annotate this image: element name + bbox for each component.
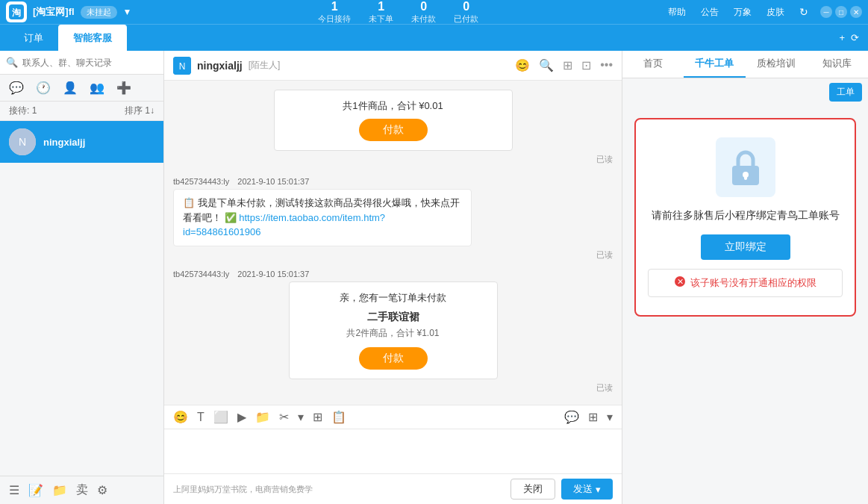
settings-icon[interactable]: ⚙: [97, 483, 107, 497]
order-header-1: 共1件商品，合计 ¥0.01: [284, 99, 503, 113]
title-bar-right: 帮助 公告 万象 皮肤 ↻ ─ □ ✕: [665, 4, 862, 20]
send-time-1: 2021-9-10 15:01:37: [237, 177, 309, 186]
tool-dropdown-icon[interactable]: ▾: [607, 410, 613, 424]
error-circle-icon: ✕: [674, 276, 686, 290]
footer-btns: 关闭 发送 ▾: [511, 479, 613, 500]
close-btn[interactable]: ✕: [850, 6, 862, 18]
help-btn[interactable]: 帮助: [665, 4, 689, 20]
refresh-icon[interactable]: ↻: [796, 4, 811, 19]
svg-text:✕: ✕: [677, 277, 684, 286]
wanjia-btn[interactable]: 万象: [731, 4, 755, 20]
window-controls: ─ □ ✕: [820, 6, 862, 18]
pay-btn-1[interactable]: 付款: [359, 119, 428, 141]
search-bar: 🔍: [0, 51, 163, 75]
chat-username: ningxialjj: [197, 60, 243, 72]
layout-icon[interactable]: ⊞: [563, 58, 572, 72]
right-tabs: 首页 千牛工单 质检培训 知识库: [622, 51, 868, 78]
right-panel: 首页 千牛工单 质检培训 知识库 工单 请前往多脉售后小程序绑定青鸟工单账号 立…: [622, 51, 868, 504]
chat-input[interactable]: [173, 438, 613, 467]
emoji-tool-icon[interactable]: 😊: [173, 410, 188, 424]
status-badge[interactable]: 未挂起: [81, 6, 117, 19]
no-perm-text: 该子账号没有开通相应的权限: [690, 276, 817, 290]
text-tool-icon[interactable]: T: [197, 411, 204, 424]
scissors-tool-icon[interactable]: ✂: [279, 410, 289, 424]
contact-icon[interactable]: 👤: [63, 81, 78, 95]
contact-item[interactable]: N ningxialjj: [0, 121, 163, 163]
title-bar-stats: 1 今日接待 1 未下单 0 未付款 0 已付款: [318, 0, 478, 25]
contact-name: ningxialjj: [43, 137, 85, 148]
folder-icon[interactable]: 📁: [52, 483, 67, 497]
maximize-btn[interactable]: □: [835, 6, 847, 18]
search-input[interactable]: [22, 57, 157, 68]
image-tool-icon[interactable]: ⬜: [213, 410, 228, 424]
msg-icon: 📋: [183, 197, 198, 208]
bind-card: 请前往多脉售后小程序绑定青鸟工单账号 立即绑定 ✕ 该子账号没有开通相应的权限: [634, 118, 856, 317]
message-sender-1: tb425734443:ly 2021-9-10 15:01:37 📋 我是下单…: [173, 177, 613, 261]
clock-icon[interactable]: 🕐: [36, 81, 51, 95]
tab-order[interactable]: 订单: [9, 25, 58, 52]
send-dropdown-icon[interactable]: ▾: [596, 484, 601, 495]
chat-header: N ningxialjj [陌生人] 😊 🔍 ⊞ ⊡ •••: [164, 51, 622, 81]
right-tab-knowledge[interactable]: 知识库: [807, 51, 868, 78]
lock-icon-wrap: [716, 137, 775, 197]
video-tool-icon[interactable]: ▶: [237, 410, 246, 424]
left-panel: 🔍 💬 🕐 👤 👥 ➕ 接待: 1 排序 1↓ N ningxialjj ☰ 📝: [0, 51, 164, 504]
send-time-2: 2021-9-10 15:01:37: [237, 270, 309, 279]
queue-waiting: 接待: 1: [9, 105, 37, 117]
work-order-btn[interactable]: 工单: [829, 83, 862, 102]
sell-icon[interactable]: 卖: [76, 482, 88, 498]
tab-smart-service[interactable]: 智能客服: [58, 25, 127, 52]
left-bottom: ☰ 📝 📁 卖 ⚙: [0, 476, 163, 504]
notice-btn[interactable]: 公告: [698, 4, 722, 20]
right-tab-quality[interactable]: 质检培训: [746, 51, 807, 78]
more-tool-icon[interactable]: ⊞: [588, 410, 598, 424]
pay-btn-2[interactable]: 付款: [359, 347, 428, 370]
close-chat-btn[interactable]: 关闭: [511, 479, 555, 500]
search-icon: 🔍: [6, 57, 18, 68]
dropdown-tool-icon[interactable]: ▾: [298, 410, 304, 424]
chat-header-icons: 😊 🔍 ⊞ ⊡ •••: [515, 58, 613, 72]
skin-btn[interactable]: 皮肤: [764, 4, 787, 20]
footer-hint: 上阿里妈妈万堂书院，电商营销免费学: [173, 484, 313, 495]
table-tool-icon[interactable]: ⊞: [313, 410, 322, 424]
quick-reply-icon[interactable]: 💬: [564, 410, 579, 424]
chat-footer: 上阿里妈妈万堂书院，电商营销免费学 关闭 发送 ▾: [164, 473, 622, 504]
add-contact-icon[interactable]: ➕: [116, 81, 131, 95]
no-perm-notice: ✕ 该子账号没有开通相应的权限: [648, 269, 843, 297]
chat-user-info: N ningxialjj [陌生人]: [173, 57, 515, 75]
refresh-nav-icon[interactable]: ⟳: [851, 32, 859, 43]
group-icon[interactable]: 👥: [90, 81, 104, 95]
window-icon[interactable]: ⊡: [581, 58, 591, 72]
sender-name-2: tb425734443:ly: [173, 270, 229, 279]
message-order-2: tb425734443:ly 2021-9-10 15:01:37 亲，您有一笔…: [173, 270, 613, 393]
minimize-btn[interactable]: ─: [820, 6, 832, 18]
chat-messages[interactable]: 共1件商品，合计 ¥0.01 付款 已读 tb425734443:ly 2021…: [164, 81, 622, 405]
sender-info-2: tb425734443:ly 2021-9-10 15:01:37: [173, 270, 613, 279]
main-tabs: 订单 智能客服: [9, 25, 127, 52]
queue-sort[interactable]: 排序 1↓: [125, 105, 154, 117]
send-chat-btn[interactable]: 发送 ▾: [561, 479, 613, 500]
svg-text:N: N: [179, 61, 186, 72]
right-tab-home[interactable]: 首页: [622, 51, 684, 78]
title-bar: 淘 [淘宝网]fl 未挂起 ▼ 1 今日接待 1 未下单 0 未付款 0 已付款…: [0, 0, 868, 24]
lock-svg: [725, 146, 766, 188]
chat-input-area: [164, 429, 622, 473]
search-chat-icon[interactable]: 🔍: [539, 58, 554, 72]
more-icon[interactable]: •••: [600, 58, 613, 72]
compose-icon[interactable]: 📝: [28, 483, 43, 497]
nav-right-icons: + ⟳: [839, 32, 859, 43]
dropdown-icon[interactable]: ▼: [123, 7, 132, 17]
function-icons: 💬 🕐 👤 👥 ➕: [0, 75, 163, 102]
menu-icon[interactable]: ☰: [9, 483, 19, 497]
svg-text:淘: 淘: [12, 7, 21, 18]
right-tab-work-order[interactable]: 千牛工单: [684, 51, 745, 78]
template-tool-icon[interactable]: 📋: [331, 410, 346, 424]
chat-icon[interactable]: 💬: [9, 81, 24, 95]
expand-icon[interactable]: +: [839, 32, 845, 43]
bind-now-btn[interactable]: 立即绑定: [701, 234, 790, 260]
order-header-2: 亲，您有一笔订单未付款: [299, 291, 488, 305]
emoji-header-icon[interactable]: 😊: [515, 58, 530, 72]
sender-name-1: tb425734443:ly: [173, 177, 229, 186]
bind-desc: 请前往多脉售后小程序绑定青鸟工单账号: [648, 209, 843, 223]
file-tool-icon[interactable]: 📁: [255, 410, 270, 424]
